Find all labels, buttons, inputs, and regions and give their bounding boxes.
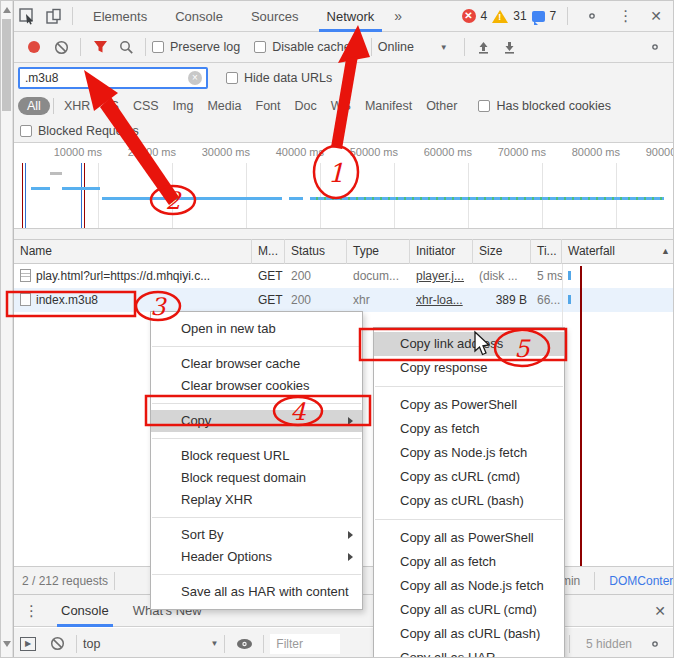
drawer-kebab-icon[interactable]: ⋮ bbox=[14, 602, 49, 620]
clear-requests-icon[interactable] bbox=[48, 34, 74, 60]
close-devtools-icon[interactable]: ✕ bbox=[646, 8, 672, 24]
divider bbox=[464, 38, 465, 56]
import-har-icon[interactable] bbox=[471, 34, 497, 60]
divider bbox=[567, 7, 568, 25]
chip-js[interactable]: JS bbox=[97, 97, 126, 115]
device-toolbar-icon[interactable] bbox=[40, 3, 66, 29]
context-value: top bbox=[83, 637, 100, 651]
close-drawer-icon[interactable]: ✕ bbox=[650, 603, 674, 619]
chip-media[interactable]: Media bbox=[200, 97, 248, 115]
col-waterfall[interactable]: Waterfall ▲ bbox=[562, 239, 674, 264]
page-scrollbar[interactable] bbox=[1, 1, 13, 658]
col-type[interactable]: Type bbox=[347, 239, 410, 264]
sort-asc-icon[interactable]: ▲ bbox=[661, 239, 674, 264]
menu-sort-by[interactable]: Sort By bbox=[151, 524, 362, 546]
col-time[interactable]: Ti... bbox=[531, 239, 562, 264]
network-overview-timeline[interactable]: 10000 ms 20000 ms 30000 ms 40000 ms 5000… bbox=[14, 143, 674, 229]
tab-network[interactable]: Network bbox=[313, 1, 389, 32]
scrollbar-thumb[interactable] bbox=[2, 19, 11, 111]
more-tabs-icon[interactable]: » bbox=[388, 8, 408, 24]
submenu-copy-as-fetch[interactable]: Copy as fetch bbox=[374, 417, 564, 441]
chip-other[interactable]: Other bbox=[419, 97, 464, 115]
chip-xhr[interactable]: XHR bbox=[57, 97, 97, 115]
col-name[interactable]: Name bbox=[14, 239, 252, 264]
inspect-element-icon[interactable] bbox=[14, 3, 40, 29]
menu-clear-browser-cookies[interactable]: Clear browser cookies bbox=[151, 375, 362, 397]
menu-block-request-url[interactable]: Block request URL bbox=[151, 445, 362, 467]
submenu-copy-as-powershell[interactable]: Copy as PowerShell bbox=[374, 393, 564, 417]
hide-data-urls-label: Hide data URLs bbox=[244, 71, 332, 85]
menu-separator bbox=[152, 574, 361, 575]
menu-save-all-as-har[interactable]: Save all as HAR with content bbox=[151, 581, 362, 603]
submenu-arrow-icon bbox=[348, 531, 353, 539]
chip-all[interactable]: All bbox=[18, 97, 50, 115]
col-status[interactable]: Status bbox=[285, 239, 347, 264]
scroll-down-icon[interactable] bbox=[3, 641, 11, 647]
submenu-copy-as-curl-cmd[interactable]: Copy as cURL (cmd) bbox=[374, 465, 564, 489]
menu-copy[interactable]: Copy bbox=[151, 410, 362, 432]
submenu-copy-response[interactable]: Copy response bbox=[374, 356, 564, 380]
eye-icon[interactable] bbox=[231, 631, 257, 657]
submenu-copy-link-address[interactable]: Copy link address bbox=[374, 332, 564, 356]
execution-context-dropdown[interactable]: top ▼ bbox=[83, 637, 218, 651]
submenu-copy-all-as-nodejs-fetch[interactable]: Copy all as Node.js fetch bbox=[374, 574, 564, 598]
menu-kebab-icon[interactable]: ⋮ bbox=[610, 7, 641, 25]
chip-css[interactable]: CSS bbox=[126, 97, 166, 115]
clear-console-icon[interactable] bbox=[44, 631, 70, 657]
has-blocked-cookies-checkbox[interactable] bbox=[478, 100, 490, 112]
timeline-tick: 20000 ms bbox=[116, 146, 176, 158]
timeline-tick: 50000 ms bbox=[338, 146, 398, 158]
menu-header-options[interactable]: Header Options bbox=[151, 546, 362, 568]
search-icon[interactable] bbox=[113, 34, 139, 60]
blocked-requests-checkbox[interactable] bbox=[20, 125, 32, 137]
export-har-icon[interactable] bbox=[497, 34, 523, 60]
submenu-copy-as-curl-bash[interactable]: Copy as cURL (bash) bbox=[374, 489, 564, 513]
console-sidebar-icon[interactable]: ▶ bbox=[20, 637, 36, 651]
divider bbox=[371, 38, 372, 56]
record-button[interactable] bbox=[28, 41, 40, 53]
throttling-dropdown[interactable]: Online ▼ bbox=[378, 40, 448, 54]
hide-data-urls-checkbox[interactable] bbox=[226, 72, 238, 84]
tab-sources[interactable]: Sources bbox=[237, 1, 313, 32]
submenu-copy-all-as-powershell[interactable]: Copy all as PowerShell bbox=[374, 526, 564, 550]
preserve-log-checkbox[interactable] bbox=[152, 41, 164, 53]
blocked-requests-label: Blocked Requests bbox=[38, 124, 139, 138]
clear-filter-icon[interactable]: × bbox=[188, 71, 202, 85]
filter-funnel-icon[interactable] bbox=[87, 34, 113, 60]
error-icon[interactable]: ✕ bbox=[462, 9, 476, 23]
submenu-copy-all-as-fetch[interactable]: Copy all as fetch bbox=[374, 550, 564, 574]
divider bbox=[263, 635, 264, 653]
col-initiator[interactable]: Initiator bbox=[410, 239, 473, 264]
console-filter-input[interactable]: Filter bbox=[270, 634, 340, 654]
scroll-up-icon[interactable] bbox=[3, 7, 11, 13]
submenu-copy-all-as-curl-cmd[interactable]: Copy all as cURL (cmd) bbox=[374, 598, 564, 622]
chip-manifest[interactable]: Manifest bbox=[358, 97, 419, 115]
devtools-tabbar: Elements Console Sources Network » ✕ 4 !… bbox=[14, 1, 674, 32]
message-icon[interactable] bbox=[532, 11, 545, 22]
col-size[interactable]: Size bbox=[473, 239, 531, 264]
submenu-copy-all-as-har[interactable]: Copy all as HAR bbox=[374, 646, 564, 658]
tab-elements[interactable]: Elements bbox=[79, 1, 161, 32]
chip-img[interactable]: Img bbox=[166, 97, 201, 115]
drawer-tab-console[interactable]: Console bbox=[49, 594, 121, 627]
menu-replay-xhr[interactable]: Replay XHR bbox=[151, 489, 362, 511]
chip-ws[interactable]: WS bbox=[324, 97, 358, 115]
tab-console[interactable]: Console bbox=[161, 1, 237, 32]
console-settings-gear-icon[interactable] bbox=[642, 631, 668, 657]
chip-doc[interactable]: Doc bbox=[288, 97, 324, 115]
disable-cache-checkbox[interactable] bbox=[254, 41, 266, 53]
menu-clear-browser-cache[interactable]: Clear browser cache bbox=[151, 353, 362, 375]
filter-input[interactable]: .m3u8 × bbox=[18, 67, 208, 89]
settings-gear-icon[interactable] bbox=[579, 3, 605, 29]
submenu-copy-as-nodejs-fetch[interactable]: Copy as Node.js fetch bbox=[374, 441, 564, 465]
menu-block-request-domain[interactable]: Block request domain bbox=[151, 467, 362, 489]
chevron-down-icon: ▼ bbox=[440, 43, 448, 52]
menu-open-in-new-tab[interactable]: Open in new tab bbox=[151, 318, 362, 340]
warning-icon[interactable]: ! bbox=[492, 10, 508, 23]
chip-font[interactable]: Font bbox=[249, 97, 288, 115]
submenu-copy-all-as-curl-bash[interactable]: Copy all as cURL (bash) bbox=[374, 622, 564, 646]
col-method[interactable]: M... bbox=[252, 239, 285, 264]
network-settings-gear-icon[interactable] bbox=[642, 34, 668, 60]
load-event-marker bbox=[22, 163, 23, 228]
timeline-tick: 70000 ms bbox=[486, 146, 546, 158]
